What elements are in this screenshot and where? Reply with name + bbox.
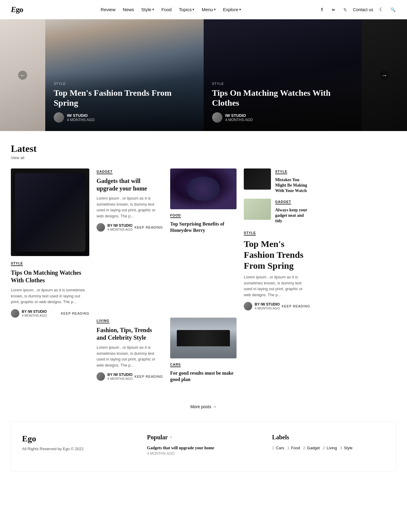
big-left-card-author: BY IW STUDIO 4 MONTHS AGO bbox=[11, 309, 47, 318]
footer-copyright: All Rights Reserved by Ego © 2022 bbox=[22, 447, 135, 451]
small-card-1-title[interactable]: Mistakes You Might Be Making With Your W… bbox=[275, 177, 310, 194]
cars-card-image bbox=[170, 318, 237, 358]
twitter-icon[interactable] bbox=[342, 6, 348, 13]
small-card-1-category: STYLE bbox=[275, 170, 287, 174]
prev-arrow[interactable]: ← bbox=[18, 71, 27, 80]
footer-popular-item-0: Gadgets that will upgrade your home 4 MO… bbox=[147, 446, 260, 456]
cars-card-title[interactable]: For good results must be make good plan bbox=[170, 370, 237, 383]
small-card-1: STYLE Mistakes You Might Be Making With … bbox=[244, 168, 310, 194]
living-card-author-name: BY IW STUDIO bbox=[107, 373, 133, 377]
nav-food[interactable]: Food bbox=[161, 7, 172, 12]
hero-card-2-author-name: IW STUDIO bbox=[225, 113, 253, 118]
small-card-2-category: GADGET bbox=[275, 200, 291, 204]
gadget-card-category: GADGET bbox=[97, 170, 113, 174]
view-all-link[interactable]: View all bbox=[11, 155, 396, 160]
big-style-date: 4 MONTHS AGO bbox=[255, 306, 280, 310]
hero-card-2-date: 4 MONTHS AGO bbox=[225, 118, 253, 122]
living-card-author-info: BY IW STUDIO 4 MONTHS AGO bbox=[107, 373, 133, 380]
living-card-title[interactable]: Fashion, Tips, Trends and Celebrity Styl… bbox=[97, 326, 163, 341]
small-card-2: GADGET Always keep your gadget neat and … bbox=[244, 199, 310, 224]
more-posts-button[interactable]: More posts → bbox=[190, 404, 217, 409]
hero-card-1-author-name: IW STUDIO bbox=[67, 113, 94, 118]
footer-label-4[interactable]: 3 Style bbox=[340, 446, 353, 450]
small-card-1-image bbox=[244, 168, 271, 190]
hero-prev[interactable]: ← bbox=[0, 19, 45, 131]
hero-card-1-title: Top Men's Fashion Trends From Spring bbox=[54, 88, 195, 108]
big-style-category: STYLE bbox=[244, 231, 256, 236]
dark-mode-icon[interactable] bbox=[378, 6, 385, 13]
big-style-author-name: BY IW STUDIO bbox=[255, 302, 280, 306]
living-keep-reading[interactable]: KEEP READING bbox=[135, 375, 163, 378]
nav-right: Contact us bbox=[319, 6, 396, 13]
big-left-card-category: STYLE bbox=[11, 261, 23, 266]
gadget-card-excerpt: Lorem ipsum , or lipsum as it is sometim… bbox=[97, 195, 163, 219]
footer-label-4-count: 3 bbox=[340, 446, 342, 450]
hero-card-1-author-info: IW STUDIO 4 MONTHS AGO bbox=[67, 113, 94, 122]
hero-next[interactable]: → bbox=[362, 19, 407, 131]
nav-style[interactable]: Style bbox=[141, 7, 154, 12]
gadget-card-title[interactable]: Gadgets that will upgrade your home bbox=[97, 177, 163, 192]
footer-label-3-count: 2 bbox=[323, 446, 325, 450]
gadget-card-date: 4 MONTHS AGO bbox=[107, 228, 133, 231]
food-card-title[interactable]: Top Surprising Benefits of Honeydew Berr… bbox=[170, 221, 237, 234]
footer-label-3[interactable]: 2 Living bbox=[323, 446, 337, 450]
hero-card-2[interactable]: STYLE Tips On Matching Watches With Clot… bbox=[204, 19, 362, 131]
hero-card-1-badge: STYLE bbox=[54, 82, 195, 85]
logo[interactable]: Ego bbox=[11, 5, 23, 14]
nav-topics[interactable]: Topics bbox=[179, 7, 195, 12]
latest-header: Latest View all bbox=[11, 143, 396, 160]
big-left-keep-reading[interactable]: KEEP READING bbox=[61, 312, 89, 315]
living-card-excerpt: Lorem ipsum , or lipsum as it is sometim… bbox=[97, 345, 163, 368]
gadget-keep-reading[interactable]: KEEP READING bbox=[135, 226, 163, 229]
gadget-card: GADGET Gadgets that will upgrade your ho… bbox=[97, 168, 163, 310]
navbar: Ego Review News Style Food Topics Menu E… bbox=[0, 0, 407, 19]
footer-popular-arrow[interactable]: › bbox=[170, 435, 172, 440]
nav-menu[interactable]: Menu bbox=[202, 7, 216, 12]
footer-label-0[interactable]: 1 Cars bbox=[272, 446, 284, 450]
living-card-date: 4 MONTHS AGO bbox=[107, 377, 133, 380]
hero-card-1-date: 4 MONTHS AGO bbox=[67, 118, 94, 122]
hero-card-2-title: Tips On Matching Watches With Clothes bbox=[212, 88, 354, 108]
search-icon[interactable] bbox=[390, 6, 396, 13]
big-style-author: BY IW STUDIO 4 MONTHS AGO bbox=[244, 302, 280, 310]
footer-label-2-name: Gadget bbox=[307, 446, 320, 450]
big-style-author-info: BY IW STUDIO 4 MONTHS AGO bbox=[255, 302, 280, 310]
nav-explore[interactable]: Explore bbox=[223, 7, 241, 12]
nav-review[interactable]: Review bbox=[101, 7, 116, 12]
facebook-icon[interactable] bbox=[319, 6, 325, 13]
living-card-avatar bbox=[97, 372, 105, 381]
living-card-author: BY IW STUDIO 4 MONTHS AGO bbox=[97, 372, 133, 381]
gadget-card-footer: BY IW STUDIO 4 MONTHS AGO KEEP READING bbox=[97, 223, 163, 232]
footer-label-2[interactable]: 2 Gadget bbox=[303, 446, 320, 450]
nav-links: Review News Style Food Topics Menu Explo… bbox=[101, 7, 241, 12]
hero-card-1-overlay: STYLE Top Men's Fashion Trends From Spri… bbox=[45, 73, 204, 131]
next-arrow[interactable]: → bbox=[380, 71, 389, 80]
hero-card-1[interactable]: STYLE Top Men's Fashion Trends From Spri… bbox=[45, 19, 204, 131]
living-card-footer: BY IW STUDIO 4 MONTHS AGO KEEP READING bbox=[97, 372, 163, 381]
big-style-footer: BY IW STUDIO 4 MONTHS AGO KEEP READING bbox=[244, 302, 310, 310]
gadget-card-author-name: BY IW STUDIO bbox=[107, 223, 133, 228]
small-card-1-body: STYLE Mistakes You Might Be Making With … bbox=[275, 168, 310, 194]
gadget-card-avatar bbox=[97, 223, 105, 232]
more-posts-section: More posts → bbox=[0, 395, 407, 421]
footer-brand: Ego All Rights Reserved by Ego © 2022 bbox=[22, 434, 135, 459]
footer-label-2-count: 2 bbox=[303, 446, 305, 450]
footer-logo[interactable]: Ego bbox=[22, 434, 135, 444]
big-left-card-title[interactable]: Tips On Matching Watches With Clothes bbox=[11, 269, 89, 284]
hero-card-2-author-info: IW STUDIO 4 MONTHS AGO bbox=[225, 113, 253, 122]
linkedin-icon[interactable] bbox=[330, 6, 337, 13]
cars-card-category: CARS bbox=[170, 363, 181, 367]
big-style-excerpt: Lorem ipsum , or lipsum as it is sometim… bbox=[244, 274, 310, 298]
big-left-card-author-info: BY IW STUDIO 4 MONTHS AGO bbox=[22, 309, 47, 317]
footer: Ego All Rights Reserved by Ego © 2022 Po… bbox=[11, 421, 396, 472]
big-style-title[interactable]: Top Men's Fashion Trends From Spring bbox=[244, 239, 310, 271]
big-style-keep-reading[interactable]: KEEP READING bbox=[282, 304, 310, 308]
contact-link[interactable]: Contact us bbox=[353, 7, 373, 12]
big-left-card-footer: BY IW STUDIO 4 MONTHS AGO KEEP READING bbox=[11, 309, 89, 318]
nav-news[interactable]: News bbox=[123, 7, 134, 12]
footer-label-1[interactable]: 1 Food bbox=[287, 446, 300, 450]
big-left-card-date: 4 MONTHS AGO bbox=[22, 314, 47, 317]
small-card-2-title[interactable]: Always keep your gadget neat and tidy bbox=[275, 207, 310, 224]
footer-popular-item-0-title[interactable]: Gadgets that will upgrade your home bbox=[147, 446, 260, 450]
footer-label-0-name: Cars bbox=[276, 446, 284, 450]
